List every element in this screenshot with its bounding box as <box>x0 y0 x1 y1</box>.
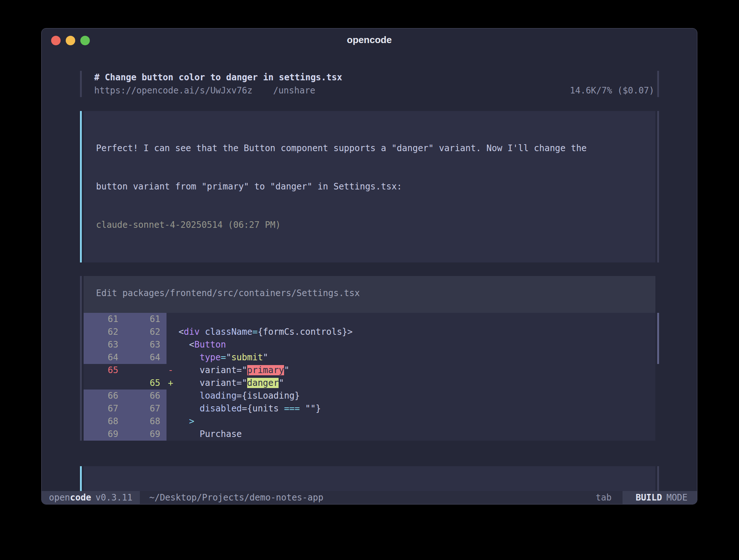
session-header: # Change button color to danger in setti… <box>80 71 659 97</box>
diff-row: 6767 disabled={units === ""} <box>84 402 655 415</box>
mode-label: MODE <box>666 492 688 503</box>
old-line-number: 69 <box>84 428 125 441</box>
new-line-number: 68 <box>125 415 166 428</box>
assistant-message: Perfect! I can see that the Button compo… <box>80 111 659 262</box>
new-line-number: 63 <box>125 338 166 351</box>
diff-code-line: - variant="primary" <box>166 364 655 377</box>
old-line-number: 63 <box>84 338 125 351</box>
app-name-bold: code <box>70 492 91 503</box>
token-usage: 14.6K/7% ($0.07) <box>570 84 657 97</box>
new-line-number: 69 <box>125 428 166 441</box>
message-text: Perfect! I can see that the Button compo… <box>96 142 643 155</box>
window-title: opencode <box>42 28 697 51</box>
diff-code-line: <div className={formCs.controls}> <box>166 326 655 338</box>
old-line-number: 68 <box>84 415 125 428</box>
old-line-number <box>84 377 125 390</box>
maximize-button[interactable] <box>80 36 90 45</box>
new-line-number: 64 <box>125 351 166 364</box>
diff-row: 6464 type="submit" <box>84 351 655 364</box>
message-model-timestamp: claude-sonnet-4-20250514 (06:27 PM) <box>96 219 643 231</box>
diff-row: 65- variant="primary" <box>84 364 655 377</box>
message-text: button variant from "primary" to "danger… <box>96 180 643 193</box>
diff-code-line: type="submit" <box>166 351 655 364</box>
share-info: https://opencode.ai/s/UwJxv76z /unshare <box>94 84 315 97</box>
mode-indicator[interactable]: BUILDMODE <box>623 491 697 504</box>
message-accent-bar <box>80 111 82 262</box>
tab-key-hint: tab <box>596 491 612 504</box>
session-content: # Change button color to danger in setti… <box>42 71 697 505</box>
new-line-number: 65 <box>125 377 166 390</box>
old-line-number: 61 <box>84 313 125 326</box>
close-button[interactable] <box>51 36 61 45</box>
new-line-number: 67 <box>125 402 166 415</box>
old-line-number: 66 <box>84 390 125 402</box>
diff-scrollbar-thumb[interactable] <box>657 313 659 364</box>
session-title: # Change button color to danger in setti… <box>94 71 657 84</box>
share-url-link[interactable]: https://opencode.ai/s/UwJxv76z <box>94 85 252 96</box>
unshare-command[interactable]: /unshare <box>273 85 315 96</box>
opencode-window: opencode # Change button color to danger… <box>41 28 697 505</box>
diff-code-line: > <box>166 415 655 428</box>
app-version: v0.3.11 <box>96 492 133 503</box>
edit-left-rule <box>80 276 82 441</box>
new-line-number: 62 <box>125 326 166 338</box>
titlebar: opencode <box>42 28 697 50</box>
header-right-rule <box>657 71 659 97</box>
edit-tool-card: Edit packages/frontend/src/containers/Se… <box>80 276 659 441</box>
diff-row: 6969 Purchase <box>84 428 655 441</box>
diff-view: 61616262 <div className={formCs.controls… <box>84 313 655 441</box>
edit-file-path: Edit packages/frontend/src/containers/Se… <box>84 276 655 300</box>
diff-row: 65+ variant="danger" <box>84 377 655 390</box>
traffic-lights <box>51 36 90 45</box>
minimize-button[interactable] <box>66 36 75 45</box>
old-line-number: 67 <box>84 402 125 415</box>
diff-row: 6363 <Button <box>84 338 655 351</box>
mode-name-bold: BUILD <box>636 492 662 503</box>
diff-code-line: loading={isLoading} <box>166 390 655 402</box>
diff-row: 6666 loading={isLoading} <box>84 390 655 402</box>
diff-row: 6868 > <box>84 415 655 428</box>
diff-code-line: disabled={units === ""} <box>166 402 655 415</box>
diff-row: 6262 <div className={formCs.controls}> <box>84 326 655 338</box>
new-line-number <box>125 364 166 377</box>
new-line-number: 61 <box>125 313 166 326</box>
diff-code-line: Purchase <box>166 428 655 441</box>
diff-code-line <box>166 313 655 326</box>
old-line-number: 65 <box>84 364 125 377</box>
old-line-number: 64 <box>84 351 125 364</box>
new-line-number: 66 <box>125 390 166 402</box>
diff-row: 6161 <box>84 313 655 326</box>
app-name-normal: open <box>49 492 70 503</box>
message-right-rule <box>657 111 659 262</box>
diff-code-line: <Button <box>166 338 655 351</box>
diff-code-line: + variant="danger" <box>166 377 655 390</box>
old-line-number: 62 <box>84 326 125 338</box>
app-version-chip: opencodev0.3.11 <box>42 491 140 504</box>
status-bar: opencodev0.3.11 ~/Desktop/Projects/demo-… <box>42 491 697 504</box>
diff-scrollbar <box>657 276 659 441</box>
working-directory: ~/Desktop/Projects/demo-notes-app <box>149 491 323 504</box>
